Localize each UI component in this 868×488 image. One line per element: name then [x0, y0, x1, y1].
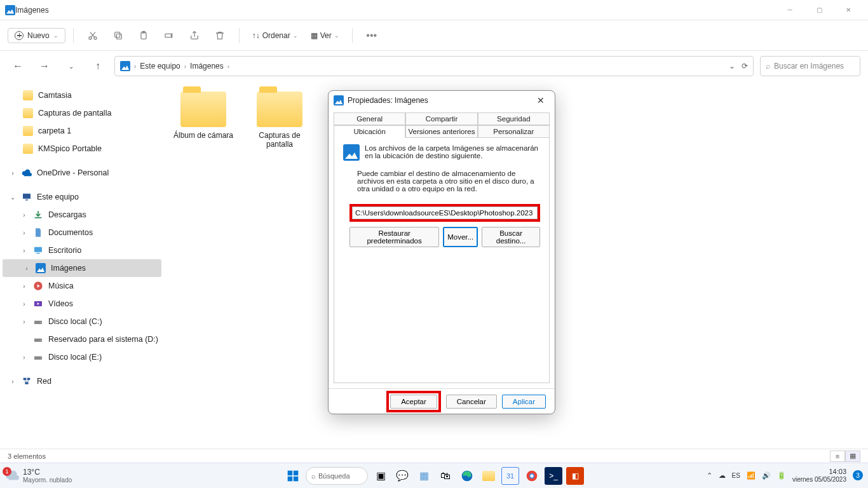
sidebar-item-label: carpeta 1	[38, 126, 71, 135]
language-indicator[interactable]: ES	[732, 472, 740, 479]
svg-rect-19	[24, 378, 27, 380]
share-button[interactable]	[183, 25, 206, 46]
start-button[interactable]	[284, 467, 302, 485]
sidebar-quick-item[interactable]: carpeta 1	[0, 122, 164, 140]
tab-customize[interactable]: Personalizar	[478, 125, 550, 138]
description-text: Puede cambiar el destino de almacenamien…	[357, 170, 540, 193]
svg-rect-20	[27, 378, 31, 380]
chevron-right-icon: ›	[20, 212, 28, 219]
list-view-button[interactable]: ≡	[830, 451, 845, 462]
apply-button[interactable]: Aplicar	[502, 395, 546, 409]
tab-general[interactable]: General	[334, 112, 405, 125]
sidebar-quick-item[interactable]: Camtasia	[0, 86, 164, 104]
pc-icon	[22, 192, 32, 202]
paste-button[interactable]	[132, 25, 155, 46]
refresh-button[interactable]: ⟳	[742, 62, 748, 71]
battery-icon[interactable]: 🔋	[777, 471, 786, 480]
notification-badge[interactable]: 3	[853, 470, 863, 480]
chrome-icon[interactable]	[523, 467, 541, 485]
sidebar-item-disk-c[interactable]: ›Disco local (C:)	[0, 313, 164, 330]
move-button[interactable]: Mover...	[443, 227, 478, 247]
dropdown-chevron[interactable]: ⌄	[729, 62, 735, 71]
drive-icon	[33, 352, 43, 362]
rename-button[interactable]	[158, 25, 180, 46]
sidebar-item-downloads[interactable]: ›Descargas	[0, 206, 164, 224]
folder-name: Álbum de cámara	[173, 131, 234, 140]
widgets-icon[interactable]: ▦	[415, 467, 433, 485]
separator	[73, 28, 74, 43]
sidebar-item-pictures[interactable]: ›Imágenes	[3, 259, 161, 277]
sidebar-item-videos[interactable]: ›Vídeos	[0, 295, 164, 313]
chevron-right-icon: ›	[23, 265, 31, 272]
onedrive-tray-icon[interactable]: ☁	[719, 471, 726, 480]
terminal-icon[interactable]: >_	[545, 467, 562, 485]
breadcrumb[interactable]: › Este equipo › Imágenes › ⌄ ⟳	[114, 56, 754, 76]
edge-icon[interactable]	[458, 467, 476, 485]
sidebar-thispc[interactable]: ⌄Este equipo	[0, 188, 164, 206]
drive-icon	[33, 316, 43, 327]
sidebar-quick-item[interactable]: Capturas de pantalla	[0, 104, 164, 122]
tray-chevron[interactable]: ⌃	[707, 471, 712, 480]
app-icon[interactable]: ◧	[566, 467, 584, 485]
path-input[interactable]	[352, 207, 538, 219]
sidebar-item-disk-d[interactable]: ›Reservado para el sistema (D:)	[0, 330, 164, 348]
sidebar-item-documents[interactable]: ›Documentos	[0, 224, 164, 241]
explorer-icon[interactable]	[480, 467, 498, 485]
restore-defaults-button[interactable]: Restaurar predeterminados	[349, 227, 439, 247]
weather-widget[interactable]: 1 13°C Mayorm. nublado	[5, 468, 72, 484]
ok-button[interactable]: Aceptar	[390, 395, 437, 409]
find-target-button[interactable]: Buscar destino...	[482, 227, 540, 247]
sort-icon: ↑↓	[252, 31, 260, 40]
dialog-close-button[interactable]: ✕	[532, 95, 550, 105]
crumb-root[interactable]: Este equipo	[140, 62, 180, 71]
new-button[interactable]: Nuevo ⌄	[8, 28, 65, 43]
store-icon[interactable]: 🛍	[437, 467, 454, 485]
crumb-current[interactable]: Imágenes	[190, 62, 224, 71]
time: 14:03	[792, 468, 846, 476]
sidebar-onedrive[interactable]: ›OneDrive - Personal	[0, 164, 164, 182]
document-icon	[33, 227, 43, 238]
minimize-button[interactable]: ─	[775, 0, 804, 20]
maximize-button[interactable]: ▢	[804, 0, 834, 20]
drive-icon	[33, 334, 43, 344]
calendar-icon[interactable]: 31	[501, 467, 519, 485]
cancel-button[interactable]: Cancelar	[446, 395, 497, 409]
sidebar-quick-item[interactable]: KMSpico Portable	[0, 140, 164, 158]
tab-location[interactable]: Ubicación	[334, 125, 405, 138]
folder-item[interactable]: Capturas de pantalla	[249, 92, 310, 149]
sort-button[interactable]: ↑↓ Ordenar ⌄	[247, 29, 303, 43]
svg-point-14	[40, 322, 41, 323]
close-button[interactable]: ✕	[834, 0, 863, 20]
folder-icon	[23, 144, 33, 154]
more-button[interactable]: •••	[360, 25, 383, 46]
sidebar-item-desktop[interactable]: ›Escritorio	[0, 241, 164, 259]
up-button[interactable]: ↑	[88, 56, 108, 76]
forward-button[interactable]: →	[34, 56, 55, 76]
back-button[interactable]: ←	[8, 56, 28, 76]
taskbar-search[interactable]: ⌕Búsqueda	[306, 467, 368, 485]
task-view-button[interactable]: ▣	[372, 467, 390, 485]
sidebar-item-label: Documentos	[48, 228, 93, 237]
recent-dropdown[interactable]: ⌄	[61, 56, 81, 76]
volume-icon[interactable]: 🔊	[762, 471, 771, 480]
delete-button[interactable]	[208, 25, 231, 46]
system-tray: ⌃ ☁ ES 📶 🔊 🔋 14:03 viernes 05/05/2023 3	[707, 468, 863, 483]
tab-share[interactable]: Compartir	[405, 112, 477, 125]
folder-name: Capturas de pantalla	[249, 131, 310, 149]
copy-button[interactable]	[107, 25, 130, 46]
view-icon: ▦	[311, 31, 318, 40]
folder-item[interactable]: Álbum de cámara	[173, 92, 234, 140]
chat-icon[interactable]: 💬	[393, 467, 411, 485]
search-input[interactable]: ⌕ Buscar en Imágenes	[760, 56, 860, 76]
svg-rect-10	[36, 253, 39, 254]
tab-security[interactable]: Seguridad	[478, 112, 550, 125]
tab-versions[interactable]: Versiones anteriores	[405, 125, 477, 138]
sidebar-item-disk-e[interactable]: ›Disco local (E:)	[0, 348, 164, 366]
wifi-icon[interactable]: 📶	[747, 471, 756, 480]
view-button[interactable]: ▦ Ver ⌄	[306, 29, 344, 43]
sidebar-item-music[interactable]: ›Música	[0, 277, 164, 295]
grid-view-button[interactable]: ▦	[845, 451, 860, 462]
clock[interactable]: 14:03 viernes 05/05/2023	[792, 468, 846, 483]
cut-button[interactable]	[81, 25, 104, 46]
sidebar-network[interactable]: ›Red	[0, 372, 164, 390]
